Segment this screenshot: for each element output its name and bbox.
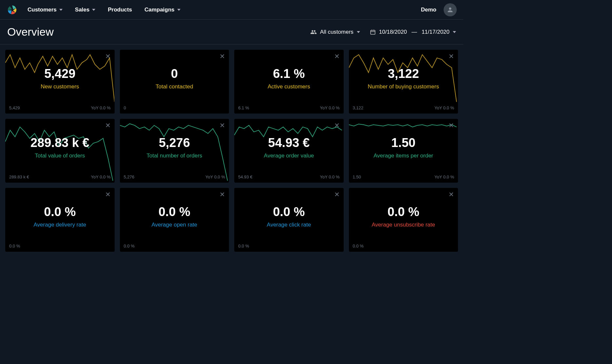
avatar[interactable] <box>444 3 457 16</box>
nav-campaigns-label: Campaigns <box>144 7 175 13</box>
calendar-icon <box>370 29 376 35</box>
close-icon[interactable]: ✕ <box>334 191 340 198</box>
footer-left: 0.0 % <box>238 244 249 248</box>
svg-rect-0 <box>371 30 375 34</box>
nav-products[interactable]: Products <box>108 7 132 13</box>
nav-customers-label: Customers <box>28 7 57 13</box>
metric-card[interactable]: ✕0.0 %Average delivery rate0.0 % <box>5 188 115 252</box>
close-icon[interactable]: ✕ <box>220 53 225 60</box>
metric-value: 3,122 <box>388 67 419 81</box>
card-footer: 6.1 %YoY 0.0 % <box>234 102 344 114</box>
close-icon[interactable]: ✕ <box>449 122 454 129</box>
metric-card[interactable]: ✕0.0 %Average open rate0.0 % <box>120 188 229 252</box>
date-separator: — <box>411 29 417 35</box>
nav-sales[interactable]: Sales <box>75 7 95 13</box>
metric-label: Average unsubscribe rate <box>372 222 435 228</box>
customer-filter-label: All customers <box>320 29 354 35</box>
people-icon <box>310 29 317 35</box>
metric-card[interactable]: ✕3,122Number of buying customers3,122YoY… <box>349 50 458 114</box>
metric-card[interactable]: ✕0.0 %Average click rate0.0 % <box>234 188 344 252</box>
card-footer: 54.93 €YoY 0.0 % <box>234 171 344 183</box>
metric-card[interactable]: ✕5,429New customers5,429YoY 0.0 % <box>5 50 115 114</box>
subheader: Overview All customers 10/18/2020 — 11/1… <box>0 20 463 45</box>
footer-right: YoY 0.0 % <box>320 105 340 110</box>
close-icon[interactable]: ✕ <box>105 122 111 129</box>
nav-right: Demo <box>421 3 457 16</box>
footer-left: 54.93 € <box>238 174 252 179</box>
metric-card[interactable]: ✕289.83 k €Total value of orders289.83 k… <box>5 119 115 183</box>
card-footer: 1.50YoY 0.0 % <box>349 171 458 183</box>
close-icon[interactable]: ✕ <box>334 53 340 60</box>
nav-items: Customers Sales Products Campaigns <box>28 7 421 13</box>
metric-label: Active customers <box>268 83 310 90</box>
date-from: 10/18/2020 <box>379 29 407 35</box>
metric-value: 289.83 k € <box>30 136 89 150</box>
close-icon[interactable]: ✕ <box>105 53 111 60</box>
footer-right: YoY 0.0 % <box>320 174 340 179</box>
metric-card[interactable]: ✕0.0 %Average unsubscribe rate0.0 % <box>349 188 458 252</box>
close-icon[interactable]: ✕ <box>449 191 454 198</box>
card-footer: 0.0 % <box>5 240 115 252</box>
chevron-down-icon <box>177 9 181 11</box>
date-range-filter[interactable]: 10/18/2020 — 11/17/2020 <box>370 29 456 35</box>
footer-right: YoY 0.0 % <box>205 174 225 179</box>
chevron-down-icon <box>453 31 456 33</box>
metric-card[interactable]: ✕1.50Average items per order1.50YoY 0.0 … <box>349 119 458 183</box>
metric-label: Total value of orders <box>35 153 85 159</box>
metric-label: Total contacted <box>156 83 193 90</box>
nav-campaigns[interactable]: Campaigns <box>144 7 181 13</box>
metric-card[interactable]: ✕6.1 %Active customers6.1 %YoY 0.0 % <box>234 50 344 114</box>
metric-value: 0.0 % <box>273 205 305 219</box>
footer-left: 1.50 <box>353 174 361 179</box>
close-icon[interactable]: ✕ <box>449 53 454 60</box>
footer-right: YoY 0.0 % <box>91 105 111 110</box>
metric-value: 54.93 € <box>268 136 310 150</box>
card-footer: 0 <box>120 102 229 114</box>
metric-card[interactable]: ✕0Total contacted0 <box>120 50 229 114</box>
card-footer: 5,429YoY 0.0 % <box>5 102 115 114</box>
footer-left: 289.83 k € <box>9 174 29 179</box>
logo <box>7 4 18 15</box>
nav-products-label: Products <box>108 7 132 13</box>
footer-right: YoY 0.0 % <box>434 105 454 110</box>
close-icon[interactable]: ✕ <box>220 191 225 198</box>
chevron-down-icon <box>357 31 360 33</box>
metric-label: Average order value <box>264 153 314 159</box>
footer-left: 3,122 <box>353 105 364 110</box>
metric-value: 0.0 % <box>159 205 190 219</box>
footer-left: 0.0 % <box>353 244 364 248</box>
footer-left: 5,429 <box>9 105 20 110</box>
close-icon[interactable]: ✕ <box>105 191 111 198</box>
metric-value: 5,276 <box>159 136 190 150</box>
footer-right: YoY 0.0 % <box>91 174 111 179</box>
chevron-down-icon <box>92 9 95 11</box>
metric-card[interactable]: ✕5,276Total number of orders5,276YoY 0.0… <box>120 119 229 183</box>
metric-value: 0.0 % <box>388 205 419 219</box>
card-footer: 0.0 % <box>120 240 229 252</box>
footer-right: YoY 0.0 % <box>434 174 454 179</box>
metric-value: 0.0 % <box>44 205 76 219</box>
filter-group: All customers 10/18/2020 — 11/17/2020 <box>310 29 456 35</box>
user-icon <box>447 6 454 13</box>
metric-value: 0 <box>171 67 178 81</box>
card-footer: 3,122YoY 0.0 % <box>349 102 458 114</box>
metric-value: 1.50 <box>391 136 415 150</box>
metric-card[interactable]: ✕54.93 €Average order value54.93 €YoY 0.… <box>234 119 344 183</box>
metric-value: 5,429 <box>44 67 75 81</box>
page-title: Overview <box>7 26 310 38</box>
metric-value: 6.1 % <box>273 67 305 81</box>
card-footer: 289.83 k €YoY 0.0 % <box>5 171 115 183</box>
nav-customers[interactable]: Customers <box>28 7 63 13</box>
card-footer: 0.0 % <box>234 240 344 252</box>
metric-label: Average items per order <box>373 153 433 159</box>
footer-left: 0 <box>124 105 126 110</box>
close-icon[interactable]: ✕ <box>220 122 225 129</box>
metric-label: Average delivery rate <box>34 222 86 228</box>
metric-label: New customers <box>41 83 79 90</box>
demo-link[interactable]: Demo <box>421 7 436 13</box>
metric-label: Number of buying customers <box>368 83 439 90</box>
customer-filter[interactable]: All customers <box>310 29 360 35</box>
metric-label: Average open rate <box>151 222 197 228</box>
close-icon[interactable]: ✕ <box>334 122 340 129</box>
card-footer: 0.0 % <box>349 240 458 252</box>
